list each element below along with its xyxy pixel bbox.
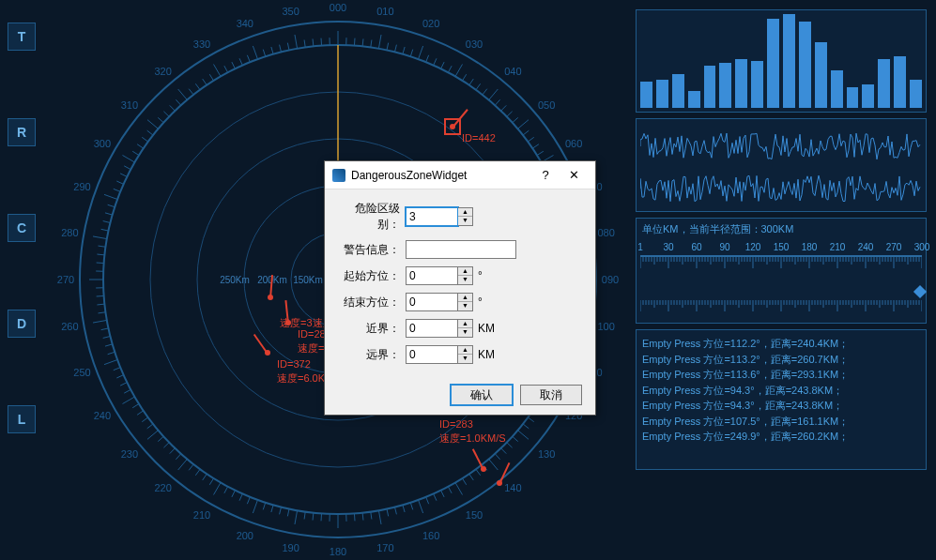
near-input[interactable] [406, 319, 458, 338]
bar [910, 80, 922, 108]
level-label: 危险区级别： [338, 201, 400, 233]
svg-line-77 [489, 460, 499, 470]
bar [719, 63, 731, 108]
svg-line-135 [103, 336, 111, 338]
svg-line-29 [501, 105, 507, 111]
svg-line-101 [304, 512, 305, 520]
end-bearing-input[interactable] [406, 293, 458, 311]
far-spinner[interactable]: ▲▼ [458, 345, 473, 364]
near-spinner[interactable]: ▲▼ [458, 319, 473, 338]
svg-line-134 [105, 344, 113, 346]
svg-line-127 [123, 397, 135, 404]
svg-line-161 [147, 130, 153, 135]
svg-line-136 [101, 328, 109, 330]
svg-line-121 [158, 436, 163, 441]
ruler-tick-label: 30 [663, 242, 673, 252]
bearing-label: 060 [565, 138, 582, 149]
bar [735, 59, 747, 108]
svg-line-162 [147, 120, 158, 129]
start-bearing-spinner[interactable]: ▲▼ [458, 266, 473, 285]
svg-line-160 [142, 137, 147, 142]
tool-btn-t[interactable]: T [8, 23, 36, 51]
svg-line-164 [163, 112, 169, 117]
ruler-tick-label: 180 [802, 242, 818, 252]
svg-line-18 [426, 55, 429, 62]
svg-line-183 [304, 40, 305, 48]
ruler-tick-label: 1 [637, 242, 643, 252]
bearing-label: 150 [466, 509, 483, 521]
bearing-label: 230 [121, 448, 138, 460]
level-input[interactable] [406, 207, 458, 226]
level-spinner[interactable]: ▲▼ [458, 207, 473, 226]
bearing-label: 030 [466, 38, 483, 50]
ruler-tick-label: 210 [830, 242, 846, 252]
start-bearing-input[interactable] [406, 266, 458, 285]
bar [751, 61, 763, 108]
dialog-titlebar[interactable]: DangerousZoneWidget ? ✕ [325, 161, 595, 189]
ok-button[interactable]: 确认 [451, 385, 513, 405]
svg-line-114 [203, 474, 207, 480]
bearing-label: 020 [422, 18, 439, 29]
bar [815, 42, 827, 108]
bearing-label: 000 [330, 2, 346, 13]
log-line: Empty Press 方位=107.5°，距离=161.1KM； [642, 414, 920, 430]
bar [688, 91, 700, 108]
svg-line-81 [462, 478, 466, 485]
svg-line-169 [195, 83, 200, 89]
end-bearing-unit: ° [478, 295, 483, 309]
left-toolbar: T R C D L [8, 23, 36, 433]
bearing-label: 260 [61, 321, 78, 332]
svg-line-79 [476, 469, 481, 475]
far-label: 远界： [338, 347, 400, 363]
svg-line-16 [410, 50, 412, 57]
svg-line-11 [371, 40, 372, 48]
bar [894, 56, 906, 108]
bearing-label: 140 [504, 482, 521, 493]
svg-line-19 [434, 58, 437, 65]
svg-line-30 [507, 112, 513, 117]
scale-title: 单位KM，当前半径范围：300KM [640, 222, 922, 236]
svg-line-126 [132, 403, 139, 407]
svg-line-113 [209, 478, 213, 485]
svg-line-80 [469, 474, 473, 480]
svg-line-82 [455, 483, 463, 495]
svg-line-108 [247, 497, 250, 504]
tool-btn-r[interactable]: R [8, 118, 36, 146]
scale-ruler[interactable]: 1306090120150180210240270300 [640, 255, 922, 295]
dialog-help-button[interactable]: ? [531, 164, 560, 187]
svg-line-84 [441, 491, 445, 497]
bearing-label: 300 [94, 138, 111, 149]
svg-line-148 [101, 229, 109, 231]
svg-line-112 [214, 483, 222, 495]
tool-btn-c[interactable]: C [8, 214, 36, 242]
dialog-body: 危险区级别： ▲▼ 警告信息： 起始方位： ▲▼ ° 结束方位： ▲▼ ° [325, 189, 595, 381]
cancel-button[interactable]: 取消 [520, 385, 582, 405]
ruler-tick-label: 240 [858, 242, 874, 252]
svg-line-86 [426, 497, 429, 504]
svg-line-163 [158, 117, 163, 122]
tool-btn-d[interactable]: D [8, 310, 36, 338]
bar [767, 19, 779, 108]
svg-line-122 [147, 431, 158, 440]
tool-btn-l[interactable]: L [8, 405, 36, 433]
svg-line-95 [354, 513, 355, 521]
log-panel[interactable]: Empty Press 方位=112.2°，距离=240.4KM；Empty P… [636, 329, 927, 470]
svg-line-137 [93, 320, 107, 323]
svg-line-15 [403, 47, 405, 54]
svg-line-150 [105, 213, 113, 215]
bearing-label: 330 [193, 38, 210, 50]
end-bearing-spinner[interactable]: ▲▼ [458, 293, 473, 311]
far-input[interactable] [406, 345, 458, 364]
bearing-label: 210 [193, 509, 210, 521]
dialog-close-button[interactable]: ✕ [560, 164, 588, 187]
dialog-app-icon [332, 169, 345, 182]
svg-line-154 [116, 181, 123, 184]
svg-line-117 [178, 460, 188, 470]
warning-input[interactable] [406, 240, 516, 259]
svg-line-25 [476, 83, 481, 89]
ruler-tick-label: 300 [914, 242, 930, 252]
svg-line-129 [120, 383, 127, 386]
svg-line-158 [132, 151, 139, 155]
svg-line-130 [116, 375, 123, 378]
svg-line-110 [232, 491, 236, 497]
